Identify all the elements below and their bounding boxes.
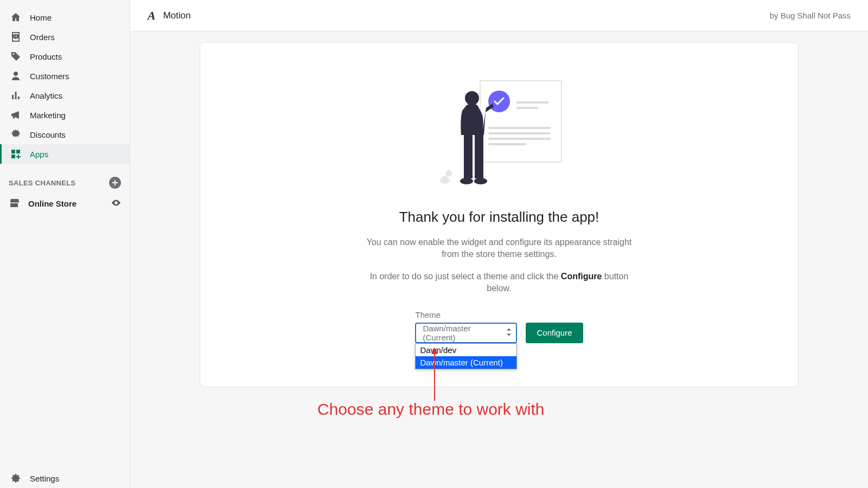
sidebar-item-label: Discounts [30, 130, 66, 139]
theme-field: Theme Dawn/master (Current) Dawn/dev Daw… [415, 310, 517, 343]
card-description-2: In order to do so just select a theme an… [358, 271, 640, 295]
home-icon [10, 12, 21, 23]
form-row: Theme Dawn/master (Current) Dawn/dev Daw… [222, 310, 776, 343]
person-icon [10, 70, 21, 81]
sidebar-item-label: Orders [30, 33, 55, 42]
sidebar-item-label: Customers [30, 72, 69, 81]
sidebar-item-apps[interactable]: Apps [0, 144, 130, 164]
sidebar-item-label: Marketing [30, 111, 66, 120]
sidebar-item-home[interactable]: Home [0, 8, 130, 27]
orders-icon [10, 31, 21, 42]
sidebar-item-customers[interactable]: Customers [0, 66, 130, 86]
sidebar-item-discounts[interactable]: Discounts [0, 125, 130, 144]
analytics-icon [10, 90, 21, 101]
channel-online-store[interactable]: Online Store [0, 193, 130, 214]
svg-rect-4 [488, 132, 551, 134]
store-icon [9, 197, 20, 210]
annotation-text: Choose any theme to work with [317, 400, 545, 419]
apps-icon [10, 149, 21, 159]
svg-rect-9 [464, 135, 473, 178]
theme-select[interactable]: Dawn/master (Current) [415, 323, 517, 343]
svg-rect-2 [516, 107, 538, 109]
sidebar-item-orders[interactable]: Orders [0, 27, 130, 47]
annotation-arrow [429, 348, 440, 402]
card-heading: Thank you for installing the app! [222, 209, 776, 226]
svg-point-11 [460, 178, 473, 184]
sidebar-item-products[interactable]: Products [0, 47, 130, 66]
svg-point-8 [465, 91, 479, 105]
sidebar-item-label: Settings [30, 474, 59, 483]
tag-icon [10, 51, 21, 62]
discount-icon [10, 129, 21, 140]
select-caret-icon [506, 328, 512, 337]
desc2-prefix: In order to do so just select a theme an… [370, 272, 561, 281]
sales-channels-header: SALES CHANNELS [0, 164, 130, 193]
svg-rect-10 [475, 135, 483, 178]
sidebar-item-label: Products [30, 52, 62, 61]
topbar: A Motion by Bug Shall Not Pass [130, 0, 868, 31]
svg-point-12 [474, 178, 487, 184]
sidebar-item-analytics[interactable]: Analytics [0, 86, 130, 105]
svg-rect-6 [488, 143, 526, 145]
illustration [222, 75, 776, 189]
sidebar: Home Orders Products Customers Analytics… [0, 0, 130, 488]
app-title: Motion [163, 10, 191, 21]
add-channel-button[interactable] [109, 177, 121, 189]
configure-button[interactable]: Configure [526, 323, 583, 343]
onboarding-card: Thank you for installing the app! You ca… [200, 42, 799, 387]
sidebar-item-label: Analytics [30, 91, 62, 100]
desc2-bold: Configure [561, 272, 602, 281]
card-description-1: You can now enable the widget and config… [358, 236, 640, 261]
theme-label: Theme [415, 310, 517, 319]
sidebar-item-label: Apps [30, 150, 48, 159]
svg-rect-1 [516, 101, 549, 104]
app-logo: A [148, 9, 156, 23]
megaphone-icon [10, 110, 21, 120]
svg-rect-5 [488, 138, 551, 140]
section-label: SALES CHANNELS [9, 179, 75, 187]
svg-marker-14 [431, 348, 438, 354]
view-channel-icon[interactable] [111, 198, 121, 209]
sidebar-item-marketing[interactable]: Marketing [0, 105, 130, 125]
theme-selected-value: Dawn/master (Current) [423, 324, 501, 342]
sidebar-item-settings[interactable]: Settings [0, 468, 130, 488]
theme-select-wrap: Dawn/master (Current) Dawn/dev Dawn/mast… [415, 323, 517, 343]
gear-icon [10, 473, 21, 484]
sidebar-item-label: Home [30, 13, 52, 22]
channel-label: Online Store [28, 199, 76, 208]
sidebar-settings: Settings [0, 468, 130, 488]
svg-rect-3 [488, 127, 551, 129]
app-byline: by Bug Shall Not Pass [770, 11, 851, 20]
